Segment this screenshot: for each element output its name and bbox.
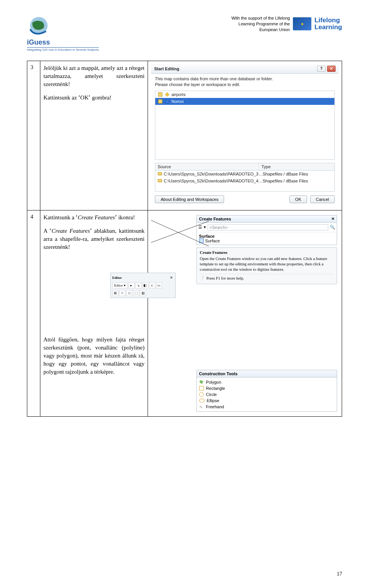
page-number: 17: [337, 571, 342, 577]
ellipse-icon: [199, 399, 204, 402]
source-header: Source: [155, 163, 259, 170]
steps-table: 3 Jelöljük ki azt a mappát, amely azt a …: [27, 61, 342, 417]
iguess-logo: iGuess Integrating GIS Use in Education …: [27, 15, 99, 51]
circle-icon: [199, 392, 204, 397]
construction-tools-panel: Construction Tools Polygon Rectangle: [196, 370, 337, 412]
type-header: Type: [259, 163, 334, 170]
page-header: iGuess Integrating GIS Use in Education …: [27, 15, 342, 54]
svg-rect-1: [158, 93, 162, 96]
lifelong-learning-text: Lifelong Learning: [314, 17, 342, 31]
tool-icon[interactable]: ▭: [156, 282, 162, 288]
layer-icon: [158, 92, 163, 97]
source-header-row: Source Type: [155, 163, 335, 170]
tool-icon[interactable]: ⊞: [112, 290, 118, 296]
freehand-icon: ∿: [199, 404, 204, 409]
rectangle-icon: [199, 386, 204, 391]
close-button[interactable]: ✕: [327, 66, 336, 72]
eu-flag-icon: [293, 17, 311, 30]
tool-ellipse[interactable]: Ellipse: [199, 398, 334, 404]
template-surface[interactable]: Surface: [199, 239, 334, 243]
filter-icon[interactable]: ☰: [198, 225, 202, 230]
svg-rect-5: [158, 172, 162, 175]
tool-icon[interactable]: ⎌: [149, 282, 155, 288]
filter-icon[interactable]: ▾: [204, 225, 206, 230]
layer-airports-row[interactable]: airports: [155, 91, 334, 98]
tool-circle[interactable]: Circle: [199, 391, 334, 398]
source-row[interactable]: C:\Users\Spyros_S2k\Downloads\PARADOTEO_…: [155, 177, 334, 184]
folder-icon: [158, 178, 162, 184]
create-features-panel: Create Features ✕ ☰ ▾ 🔍 Surface: [196, 215, 337, 245]
create-features-tooltip: Create Features Open the Create Features…: [196, 247, 337, 284]
panel-close-icon[interactable]: ✕: [331, 217, 334, 221]
tool-polygon[interactable]: Polygon: [199, 379, 334, 385]
svg-marker-2: [165, 93, 169, 96]
dialog-message: This map contains data from more than on…: [151, 74, 339, 89]
globe-icon: [27, 15, 51, 39]
help-button[interactable]: ?: [317, 66, 326, 72]
source-row[interactable]: C:\Users\Spyros_S2k\Downloads\PARADOTEO_…: [155, 171, 334, 177]
tool-freehand[interactable]: ∿ Freehand: [199, 404, 334, 410]
about-editing-button[interactable]: About Editing and Workspaces: [155, 195, 224, 203]
close-icon[interactable]: ✕: [169, 275, 174, 281]
polygon-icon: [199, 380, 204, 384]
eu-support-text: With the support of the Lifelong Learnin…: [231, 15, 290, 33]
tool-icon[interactable]: ⬚: [133, 290, 139, 296]
polygon-template-icon: [199, 239, 204, 243]
tool-icon[interactable]: ◇: [126, 290, 132, 296]
brand-tagline: Integrating GIS Use in Education in Seve…: [27, 47, 99, 51]
tool-icon[interactable]: ↘: [135, 282, 141, 288]
svg-rect-3: [158, 99, 162, 103]
panel-title: Create Features: [199, 217, 231, 221]
editor-toolbar-title: Editor: [112, 275, 122, 281]
editor-menu-button[interactable]: Editor ▾: [112, 282, 128, 288]
svg-rect-6: [158, 179, 162, 182]
eu-logo-block: With the support of the Lifelong Learnin…: [231, 15, 342, 33]
source-list[interactable]: C:\Users\Spyros_S2k\Downloads\PARADOTEO_…: [155, 170, 335, 192]
create-features-icon[interactable]: ▥: [140, 290, 146, 296]
brand-name: iGuess: [27, 38, 50, 46]
step4-instructions: Kattintsunk a ʻCreate Featuresʼ ikonra! …: [40, 210, 148, 416]
layer-icon: [158, 99, 163, 104]
tooltip-body: Open the Create Features window so you c…: [200, 256, 334, 273]
folder-icon: [158, 171, 162, 177]
dialog-title: Start Editing: [154, 66, 179, 71]
polygon-icon: [165, 99, 170, 104]
layer-list[interactable]: airports Nomoi: [155, 91, 335, 160]
editor-toolbar[interactable]: Editor ✕ Editor ▾ ▸ ↘ ◧ ⎌ ▭: [110, 273, 176, 298]
step-number: 3: [27, 61, 40, 210]
tool-icon[interactable]: ✧: [119, 290, 125, 296]
search-icon[interactable]: 🔍: [330, 225, 335, 230]
step3-instructions: Jelöljük ki azt a mappát, amely azt a ré…: [40, 61, 148, 210]
tool-icon[interactable]: ▸: [128, 282, 135, 288]
layer-nomoi-row[interactable]: Nomoi: [155, 98, 334, 105]
ok-button[interactable]: OK: [289, 195, 307, 203]
tool-rectangle[interactable]: Rectangle: [199, 385, 334, 391]
panel-title: Construction Tools: [199, 371, 238, 376]
start-editing-dialog: Start Editing ? ✕ This map contains data…: [151, 64, 339, 207]
tool-icon[interactable]: ◧: [142, 282, 148, 288]
tooltip-title: Create Features: [200, 250, 334, 255]
create-features-search[interactable]: [208, 224, 328, 230]
cancel-button[interactable]: Cancel: [310, 195, 335, 203]
step-number: 4: [27, 210, 40, 416]
template-group-label: Surface: [199, 234, 334, 239]
help-icon: ❔: [200, 276, 205, 281]
svg-marker-4: [165, 99, 169, 103]
point-icon: [165, 92, 170, 97]
